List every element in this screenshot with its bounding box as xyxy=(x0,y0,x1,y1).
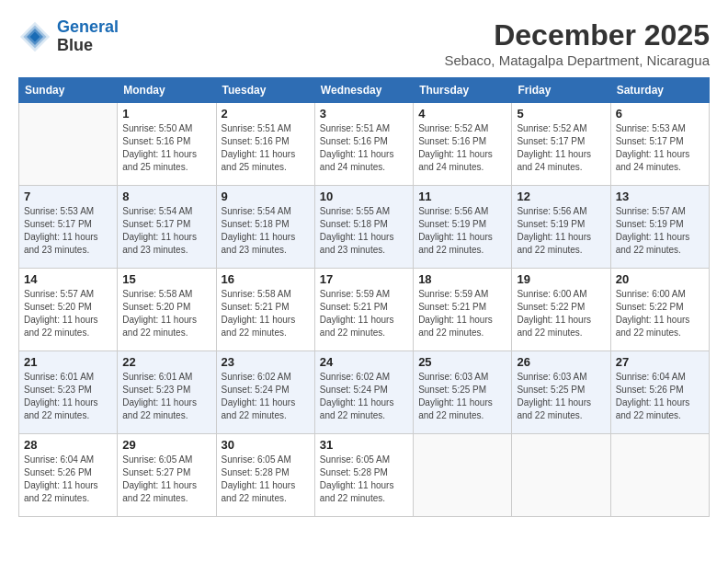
day-info: Sunrise: 5:59 AMSunset: 5:21 PMDaylight:… xyxy=(418,288,506,339)
calendar-week-row: 21Sunrise: 6:01 AMSunset: 5:23 PMDayligh… xyxy=(19,351,710,434)
calendar-cell: 24Sunrise: 6:02 AMSunset: 5:24 PMDayligh… xyxy=(314,351,413,434)
logo-line1: General xyxy=(57,17,119,36)
weekday-header-tuesday: Tuesday xyxy=(216,78,314,103)
day-number: 29 xyxy=(122,438,210,452)
day-info: Sunrise: 6:05 AMSunset: 5:28 PMDaylight:… xyxy=(320,454,408,505)
day-number: 19 xyxy=(517,272,605,286)
day-number: 30 xyxy=(222,438,310,452)
day-number: 1 xyxy=(122,107,210,121)
calendar-week-row: 14Sunrise: 5:57 AMSunset: 5:20 PMDayligh… xyxy=(19,269,710,351)
calendar-cell: 26Sunrise: 6:03 AMSunset: 5:25 PMDayligh… xyxy=(512,351,610,434)
day-info: Sunrise: 5:58 AMSunset: 5:20 PMDaylight:… xyxy=(122,288,210,339)
day-number: 5 xyxy=(517,107,605,121)
calendar-cell: 25Sunrise: 6:03 AMSunset: 5:25 PMDayligh… xyxy=(414,351,512,434)
calendar-cell: 6Sunrise: 5:53 AMSunset: 5:17 PMDaylight… xyxy=(610,103,709,186)
day-number: 13 xyxy=(616,190,704,203)
day-info: Sunrise: 5:58 AMSunset: 5:21 PMDaylight:… xyxy=(222,288,310,339)
day-info: Sunrise: 6:00 AMSunset: 5:22 PMDaylight:… xyxy=(517,288,605,339)
calendar-cell: 8Sunrise: 5:54 AMSunset: 5:17 PMDaylight… xyxy=(118,186,216,269)
calendar-cell: 21Sunrise: 6:01 AMSunset: 5:23 PMDayligh… xyxy=(19,351,118,434)
calendar-cell: 12Sunrise: 5:56 AMSunset: 5:19 PMDayligh… xyxy=(512,186,610,269)
weekday-header-sunday: Sunday xyxy=(19,78,118,103)
day-number: 10 xyxy=(320,190,408,203)
day-info: Sunrise: 6:02 AMSunset: 5:24 PMDaylight:… xyxy=(222,371,310,422)
calendar-cell: 22Sunrise: 6:01 AMSunset: 5:23 PMDayligh… xyxy=(118,351,216,434)
page-header: General Blue December 2025 Sebaco, Matag… xyxy=(18,18,710,68)
day-info: Sunrise: 6:01 AMSunset: 5:23 PMDaylight:… xyxy=(122,371,210,422)
day-number: 11 xyxy=(418,190,506,203)
calendar-cell: 17Sunrise: 5:59 AMSunset: 5:21 PMDayligh… xyxy=(314,269,413,351)
day-info: Sunrise: 6:05 AMSunset: 5:27 PMDaylight:… xyxy=(122,454,210,505)
day-info: Sunrise: 6:03 AMSunset: 5:25 PMDaylight:… xyxy=(418,371,506,422)
logo-line2: Blue xyxy=(57,37,119,55)
calendar-cell xyxy=(414,434,512,517)
calendar-cell: 10Sunrise: 5:55 AMSunset: 5:18 PMDayligh… xyxy=(314,186,413,269)
calendar-cell xyxy=(512,434,610,517)
calendar-cell: 18Sunrise: 5:59 AMSunset: 5:21 PMDayligh… xyxy=(414,269,512,351)
day-info: Sunrise: 6:02 AMSunset: 5:24 PMDaylight:… xyxy=(320,371,408,422)
calendar-week-row: 28Sunrise: 6:04 AMSunset: 5:26 PMDayligh… xyxy=(19,434,710,517)
calendar-cell: 31Sunrise: 6:05 AMSunset: 5:28 PMDayligh… xyxy=(314,434,413,517)
day-number: 28 xyxy=(24,438,112,452)
calendar-table: SundayMondayTuesdayWednesdayThursdayFrid… xyxy=(18,77,710,517)
calendar-cell: 19Sunrise: 6:00 AMSunset: 5:22 PMDayligh… xyxy=(512,269,610,351)
day-info: Sunrise: 6:03 AMSunset: 5:25 PMDaylight:… xyxy=(517,371,605,422)
day-number: 26 xyxy=(517,355,605,369)
day-number: 2 xyxy=(222,107,310,121)
day-info: Sunrise: 5:57 AMSunset: 5:20 PMDaylight:… xyxy=(24,288,112,339)
day-info: Sunrise: 6:01 AMSunset: 5:23 PMDaylight:… xyxy=(24,371,112,422)
weekday-header-thursday: Thursday xyxy=(414,78,512,103)
calendar-cell: 29Sunrise: 6:05 AMSunset: 5:27 PMDayligh… xyxy=(118,434,216,517)
day-number: 16 xyxy=(222,272,310,286)
day-info: Sunrise: 6:04 AMSunset: 5:26 PMDaylight:… xyxy=(616,371,704,422)
day-info: Sunrise: 5:56 AMSunset: 5:19 PMDaylight:… xyxy=(418,205,506,257)
day-number: 22 xyxy=(122,355,210,369)
calendar-cell: 7Sunrise: 5:53 AMSunset: 5:17 PMDaylight… xyxy=(19,186,118,269)
day-number: 18 xyxy=(418,272,506,286)
day-info: Sunrise: 5:51 AMSunset: 5:16 PMDaylight:… xyxy=(222,122,310,174)
day-number: 27 xyxy=(616,355,704,369)
day-number: 14 xyxy=(24,272,112,286)
day-number: 24 xyxy=(320,355,408,369)
calendar-cell xyxy=(19,103,118,186)
day-info: Sunrise: 6:05 AMSunset: 5:28 PMDaylight:… xyxy=(222,454,310,505)
day-number: 9 xyxy=(222,190,310,203)
calendar-cell: 5Sunrise: 5:52 AMSunset: 5:17 PMDaylight… xyxy=(512,103,610,186)
day-info: Sunrise: 5:53 AMSunset: 5:17 PMDaylight:… xyxy=(616,122,704,174)
weekday-header-saturday: Saturday xyxy=(610,78,709,103)
day-number: 23 xyxy=(222,355,310,369)
day-number: 3 xyxy=(320,107,408,121)
calendar-week-row: 7Sunrise: 5:53 AMSunset: 5:17 PMDaylight… xyxy=(19,186,710,269)
month-title: December 2025 xyxy=(444,18,710,52)
calendar-cell xyxy=(610,434,709,517)
day-number: 21 xyxy=(24,355,112,369)
calendar-cell: 15Sunrise: 5:58 AMSunset: 5:20 PMDayligh… xyxy=(118,269,216,351)
day-info: Sunrise: 5:59 AMSunset: 5:21 PMDaylight:… xyxy=(320,288,408,339)
day-number: 15 xyxy=(122,272,210,286)
day-number: 7 xyxy=(24,190,112,203)
logo-icon xyxy=(18,20,51,53)
title-block: December 2025 Sebaco, Matagalpa Departme… xyxy=(444,18,710,68)
day-info: Sunrise: 5:51 AMSunset: 5:16 PMDaylight:… xyxy=(320,122,408,174)
calendar-cell: 23Sunrise: 6:02 AMSunset: 5:24 PMDayligh… xyxy=(216,351,314,434)
calendar-cell: 13Sunrise: 5:57 AMSunset: 5:19 PMDayligh… xyxy=(610,186,709,269)
calendar-cell: 2Sunrise: 5:51 AMSunset: 5:16 PMDaylight… xyxy=(216,103,314,186)
day-number: 8 xyxy=(122,190,210,203)
day-info: Sunrise: 5:52 AMSunset: 5:16 PMDaylight:… xyxy=(418,122,506,174)
logo-text: General Blue xyxy=(57,18,119,55)
calendar-cell: 28Sunrise: 6:04 AMSunset: 5:26 PMDayligh… xyxy=(19,434,118,517)
calendar-cell: 1Sunrise: 5:50 AMSunset: 5:16 PMDaylight… xyxy=(118,103,216,186)
calendar-cell: 11Sunrise: 5:56 AMSunset: 5:19 PMDayligh… xyxy=(414,186,512,269)
calendar-cell: 27Sunrise: 6:04 AMSunset: 5:26 PMDayligh… xyxy=(610,351,709,434)
calendar-cell: 20Sunrise: 6:00 AMSunset: 5:22 PMDayligh… xyxy=(610,269,709,351)
day-info: Sunrise: 6:00 AMSunset: 5:22 PMDaylight:… xyxy=(616,288,704,339)
location-title: Sebaco, Matagalpa Department, Nicaragua xyxy=(444,52,710,68)
day-number: 6 xyxy=(616,107,704,121)
weekday-header-row: SundayMondayTuesdayWednesdayThursdayFrid… xyxy=(19,78,710,103)
day-info: Sunrise: 5:56 AMSunset: 5:19 PMDaylight:… xyxy=(517,205,605,257)
weekday-header-wednesday: Wednesday xyxy=(314,78,413,103)
day-info: Sunrise: 5:54 AMSunset: 5:17 PMDaylight:… xyxy=(122,205,210,257)
day-info: Sunrise: 5:54 AMSunset: 5:18 PMDaylight:… xyxy=(222,205,310,257)
logo: General Blue xyxy=(18,18,119,55)
calendar-cell: 4Sunrise: 5:52 AMSunset: 5:16 PMDaylight… xyxy=(414,103,512,186)
